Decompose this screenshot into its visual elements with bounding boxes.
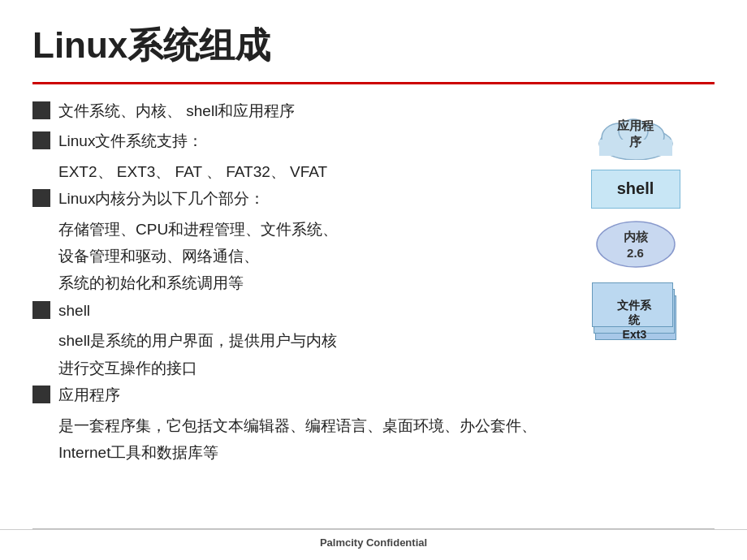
- app-cloud: 应用程序: [591, 107, 680, 160]
- bullet-icon-3: [32, 189, 50, 207]
- red-divider: [32, 82, 715, 84]
- bullet-3-sub-1: 存储管理、CPU和进程管理、文件系统、: [58, 218, 540, 241]
- bullet-text-2: Linux文件系统支持：: [58, 129, 203, 153]
- bullet-4-sub-2: 进行交互操作的接口: [58, 356, 540, 380]
- bullet-text-3: Linux内核分为以下几个部分：: [58, 187, 265, 210]
- bullet-3-sub-2: 设备管理和驱动、网络通信、: [58, 244, 540, 268]
- bullet-item-3: Linux内核分为以下几个部分：: [32, 187, 540, 210]
- footer-text: Palmcity Confidential: [0, 529, 747, 549]
- bullet-5-sub-2: Internet工具和数据库等: [58, 441, 540, 464]
- left-content: 文件系统、内核、 shell和应用程序 Linux文件系统支持： EXT2、 E…: [32, 99, 556, 468]
- svg-rect-4: [599, 140, 672, 156]
- bullet-text-4: shell: [58, 299, 90, 322]
- shell-box: shell: [591, 170, 680, 209]
- bullet-item-1: 文件系统、内核、 shell和应用程序: [32, 99, 540, 123]
- bullet-2-sub-1: EXT2、 EXT3、 FAT 、 FAT32、 VFAT: [58, 160, 540, 183]
- bullet-text-5: 应用程序: [58, 383, 120, 407]
- slide: Linux系统组成 文件系统、内核、 shell和应用程序 Linux文件系统支…: [0, 0, 747, 560]
- bullet-icon-4: [32, 301, 50, 319]
- bullet-3-sub-3: 系统的初始化和系统调用等: [58, 271, 540, 295]
- content-area: 文件系统、内核、 shell和应用程序 Linux文件系统支持： EXT2、 E…: [32, 99, 715, 468]
- bullet-4-sub-1: shell是系统的用户界面，提供用户与内核: [58, 329, 540, 352]
- fs-label: 文件系统Ext3: [612, 298, 657, 342]
- page-title: Linux系统组成: [32, 24, 715, 67]
- bullet-item-5: 应用程序: [32, 383, 540, 407]
- kernel-oval: 内核2.6: [591, 218, 680, 271]
- fs-stack: 文件系统Ext3: [591, 281, 680, 346]
- bullet-item-2: Linux文件系统支持：: [32, 129, 540, 153]
- bullet-item-4: shell: [32, 299, 540, 322]
- bullet-text-1: 文件系统、内核、 shell和应用程序: [58, 99, 295, 123]
- bullet-5-sub-1: 是一套程序集，它包括文本编辑器、编程语言、桌面环境、办公套件、: [58, 414, 540, 437]
- kernel-label: 内核2.6: [624, 229, 648, 261]
- bullet-icon-5: [32, 386, 50, 403]
- bullet-icon-2: [32, 131, 50, 149]
- bullet-icon-1: [32, 101, 50, 119]
- right-diagram: 应用程序 shell 内核2.6 文件系统Ext3: [556, 99, 715, 468]
